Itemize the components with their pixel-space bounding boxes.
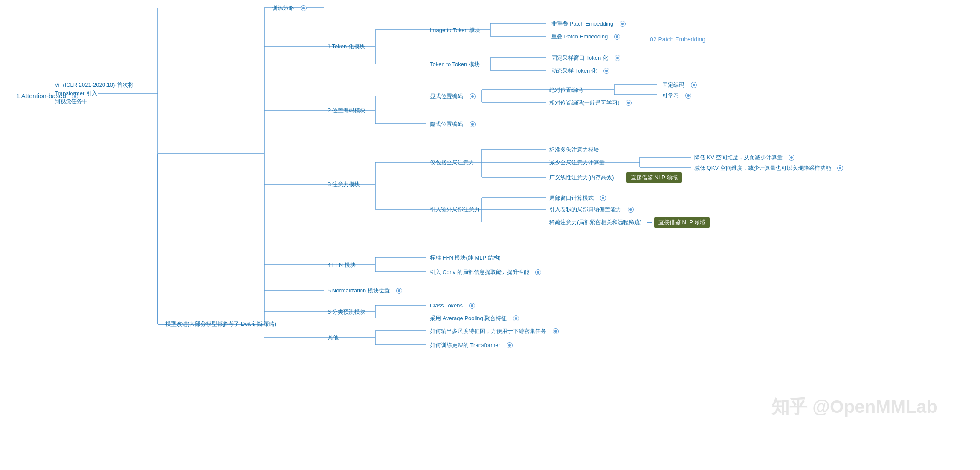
multi-scale-btn[interactable]: [553, 328, 559, 334]
n2-pos-label: 2 位置编码模块: [324, 105, 369, 117]
training-strategy-label: 训练策略: [269, 2, 298, 14]
other-label: 其他: [324, 332, 342, 344]
explicit-pos-label: 显式位置编码: [426, 90, 467, 102]
token-to-token-node: Token to Token 模块: [426, 58, 483, 70]
sparse-attention-node: 稀疏注意力(局部紧密相关和远程稀疏) 直接借鉴 NLP 领域: [546, 216, 710, 228]
fixed-code-label: 固定编码: [659, 79, 688, 91]
n6-cls-node: 6 分类预测模块: [324, 306, 369, 318]
intro-conv-local-btn[interactable]: [628, 207, 634, 213]
reduce-qkv-btn[interactable]: [837, 165, 843, 171]
rel-pos-label: 相对位置编码(一般是可学习): [546, 97, 623, 109]
local-window-label: 局部窗口计算模式: [546, 192, 597, 204]
fixed-window-token-label: 固定采样窗口 Token 化: [548, 52, 612, 64]
only-global-node: 仅包括全局注意力: [426, 157, 478, 169]
overlap-patch-btn[interactable]: [614, 34, 620, 40]
n5-norm-label: 5 Normalization 模块位置: [324, 285, 393, 297]
token-to-token-label: Token to Token 模块: [426, 58, 483, 70]
n3-attention-label: 3 注意力模块: [324, 178, 363, 190]
training-strategy-btn[interactable]: [301, 5, 307, 11]
generalized-linear-node: 广义线性注意力(内存高效) 直接借鉴 NLP 领域: [546, 172, 682, 184]
reduce-kv-label: 降低 KV 空间维度，从而减少计算量: [691, 152, 786, 163]
intro-external-label: 引入额外局部注意力: [426, 204, 483, 216]
fixed-code-btn[interactable]: [691, 82, 697, 88]
patch-embed-02-node: 02 Patch Embedding: [647, 33, 709, 46]
n2-pos-node: 2 位置编码模块: [324, 105, 369, 117]
multi-scale-node: 如何输出多尺度特征图，方便用于下游密集任务: [426, 325, 559, 337]
n1-token-label: 1 Token 化模块: [324, 41, 368, 53]
n4-ffn-label: 4 FFN 模块: [324, 259, 359, 271]
std-mhsa-node: 标准多头注意力模块: [546, 144, 603, 156]
vit-label: ViT(ICLR 2021-2020.10)-首次将 Transformer 引…: [51, 79, 137, 108]
vit-node: ViT(ICLR 2021-2020.10)-首次将 Transformer 引…: [51, 79, 137, 108]
training-strategy-node: 训练策略: [269, 2, 307, 14]
implicit-pos-btn[interactable]: [470, 121, 476, 127]
reduce-global-label: 减少全局注意力计算量: [546, 157, 608, 169]
patch-embed-02-label: 02 Patch Embedding: [647, 33, 709, 46]
intro-conv-ffn-node: 引入 Conv 的局部信息提取能力提升性能: [426, 266, 541, 278]
non-overlap-patch-label: 非重叠 Patch Embedding: [548, 18, 617, 30]
avg-pooling-btn[interactable]: [513, 315, 519, 321]
other-node: 其他: [324, 332, 342, 344]
overlap-patch-node: 重叠 Patch Embedding: [548, 31, 620, 43]
learnable-code-label: 可学习: [659, 90, 682, 102]
learnable-code-btn[interactable]: [685, 93, 691, 99]
reduce-qkv-label: 减低 QKV 空间维度，减少计算量也可以实现降采样功能: [691, 162, 835, 174]
avg-pooling-label: 采用 Average Pooling 聚合特征: [426, 312, 510, 324]
overlap-patch-label: 重叠 Patch Embedding: [548, 31, 611, 43]
n4-ffn-node: 4 FFN 模块: [324, 259, 359, 271]
reduce-kv-btn[interactable]: [789, 155, 794, 161]
non-overlap-patch-node: 非重叠 Patch Embedding: [548, 18, 626, 30]
n5-norm-node: 5 Normalization 模块位置: [324, 285, 402, 297]
deeper-transformer-label: 如何训练更深的 Transformer: [426, 339, 504, 351]
dynamic-sample-token-btn[interactable]: [603, 68, 609, 74]
n6-cls-label: 6 分类预测模块: [324, 306, 369, 318]
fixed-window-token-btn[interactable]: [615, 55, 620, 61]
only-global-label: 仅包括全局注意力: [426, 157, 478, 169]
explicit-pos-btn[interactable]: [470, 93, 476, 99]
class-tokens-label: Class Tokens: [426, 300, 466, 312]
connector-lines: [0, 0, 980, 470]
intro-conv-local-node: 引入卷积的局部归纳偏置能力: [546, 204, 634, 216]
intro-external-node: 引入额外局部注意力: [426, 204, 483, 216]
n5-norm-btn[interactable]: [396, 288, 402, 294]
multi-scale-label: 如何输出多尺度特征图，方便用于下游密集任务: [426, 325, 550, 337]
dynamic-sample-token-label: 动态采样 Token 化: [548, 65, 600, 77]
watermark: 知乎 @OpenMMLab: [771, 395, 937, 419]
implicit-pos-node: 隐式位置编码: [426, 118, 476, 130]
abs-pos-node: 绝对位置编码: [546, 84, 586, 96]
std-ffn-node: 标准 FFN 模块(纯 MLP 结构): [426, 252, 504, 264]
reduce-global-node: 减少全局注意力计算量: [546, 157, 608, 169]
std-mhsa-label: 标准多头注意力模块: [546, 144, 603, 156]
explicit-pos-node: 显式位置编码: [426, 90, 476, 102]
non-overlap-patch-btn[interactable]: [620, 21, 626, 27]
intro-conv-ffn-btn[interactable]: [535, 269, 541, 275]
abs-pos-label: 绝对位置编码: [546, 84, 586, 96]
model-improve-node: 模型改进(大部分模型都参考了 Deit 训练策略): [162, 318, 280, 330]
rel-pos-node: 相对位置编码(一般是可学习): [546, 97, 632, 109]
highlight2-label: 直接借鉴 NLP 领域: [654, 217, 710, 228]
fixed-code-node: 固定编码: [659, 79, 697, 91]
intro-conv-local-label: 引入卷积的局部归纳偏置能力: [546, 204, 625, 216]
std-ffn-label: 标准 FFN 模块(纯 MLP 结构): [426, 252, 504, 264]
learnable-code-node: 可学习: [659, 90, 691, 102]
rel-pos-btn[interactable]: [626, 100, 632, 106]
intro-conv-ffn-label: 引入 Conv 的局部信息提取能力提升性能: [426, 266, 533, 278]
highlight1-label: 直接借鉴 NLP 领域: [626, 172, 682, 183]
avg-pooling-node: 采用 Average Pooling 聚合特征: [426, 312, 519, 324]
local-window-btn[interactable]: [600, 195, 606, 201]
class-tokens-btn[interactable]: [469, 303, 475, 309]
mind-map: 1 Attention-based ViT(ICLR 2021-2020.10)…: [0, 0, 980, 470]
deeper-transformer-node: 如何训练更深的 Transformer: [426, 339, 513, 351]
reduce-qkv-node: 减低 QKV 空间维度，减少计算量也可以实现降采样功能: [691, 162, 843, 174]
image-to-token-label: Image to Token 模块: [426, 24, 484, 36]
n1-token-node: 1 Token 化模块: [324, 41, 368, 53]
dynamic-sample-token-node: 动态采样 Token 化: [548, 65, 609, 77]
model-improve-label: 模型改进(大部分模型都参考了 Deit 训练策略): [162, 318, 280, 330]
class-tokens-node: Class Tokens: [426, 300, 475, 312]
implicit-pos-label: 隐式位置编码: [426, 118, 467, 130]
generalized-linear-label: 广义线性注意力(内存高效): [546, 172, 618, 184]
image-to-token-node: Image to Token 模块: [426, 24, 484, 36]
fixed-window-token-node: 固定采样窗口 Token 化: [548, 52, 620, 64]
deeper-transformer-btn[interactable]: [507, 342, 513, 348]
sparse-attention-label: 稀疏注意力(局部紧密相关和远程稀疏): [546, 216, 645, 228]
